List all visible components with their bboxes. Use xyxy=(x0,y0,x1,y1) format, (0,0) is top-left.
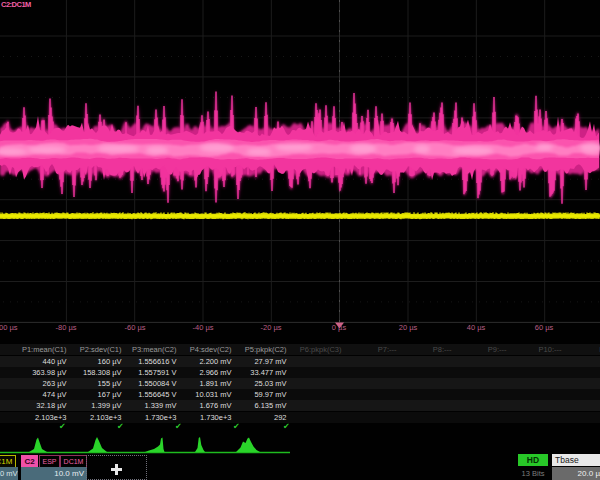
svg-text:✔: ✔ xyxy=(175,422,182,431)
svg-text:✔: ✔ xyxy=(59,422,66,431)
svg-text:✔: ✔ xyxy=(283,422,290,431)
svg-text:✔: ✔ xyxy=(233,422,240,431)
svg-text:✔: ✔ xyxy=(117,422,124,431)
